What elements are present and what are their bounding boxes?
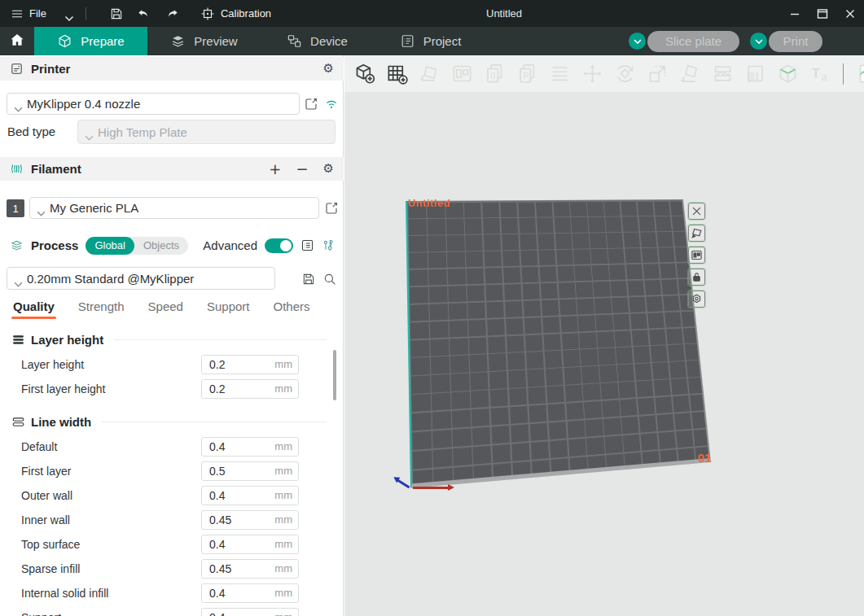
maximize-button[interactable] — [815, 7, 830, 21]
process-preset-select[interactable]: 0.20mm Standard @MyKlipper — [7, 267, 275, 290]
arrange-plate-icon[interactable] — [688, 247, 705, 264]
setting-input[interactable]: 0.45mm — [201, 559, 299, 579]
settings-panel: Layer heightLayer height0.2mmFirst layer… — [0, 330, 343, 616]
add-object-icon[interactable] — [351, 61, 377, 87]
advanced-toggle[interactable] — [265, 238, 293, 253]
printer-preset-select[interactable]: MyKlipper 0.4 nozzle — [7, 93, 300, 115]
slice-plate-button[interactable]: Slice plate — [647, 31, 739, 52]
tab-others[interactable]: Others — [274, 299, 310, 319]
setting-input[interactable]: 0.4mm — [201, 583, 299, 603]
bed-type-select[interactable]: High Temp Plate — [77, 120, 336, 144]
setting-input[interactable]: 0.4mm — [201, 608, 299, 616]
lock-plate-icon[interactable] — [688, 269, 705, 286]
setting-row: Top surface0.4mm — [11, 533, 343, 557]
edit-filament-icon[interactable] — [324, 201, 339, 216]
wifi-connection-icon[interactable] — [324, 96, 339, 111]
orient-plate-icon[interactable] — [688, 225, 705, 242]
group-divider — [102, 422, 327, 422]
setting-row: First layer0.5mm — [11, 460, 343, 484]
setting-input[interactable]: 0.4mm — [201, 437, 299, 457]
setting-input[interactable]: 0.45mm — [201, 510, 299, 530]
setting-row: Support0.4mm — [11, 606, 343, 616]
setting-value: 0.4 — [209, 535, 225, 553]
setting-value: 0.4 — [209, 438, 225, 456]
printer-preset-value: MyKlipper 0.4 nozzle — [27, 97, 140, 111]
tab-quality[interactable]: Quality — [13, 299, 55, 319]
close-button[interactable] — [843, 7, 857, 21]
copy-icon: 0 — [481, 61, 507, 87]
application-window: File Calibration Untitled Prepare Previe… — [0, 0, 864, 616]
print-options-dropdown[interactable] — [750, 33, 767, 50]
printer-settings-gear-icon[interactable]: ⚙ — [323, 63, 334, 75]
remove-filament-icon[interactable]: − — [296, 162, 308, 177]
filament-settings-gear-icon[interactable]: ⚙ — [323, 163, 334, 175]
setting-input[interactable]: 0.2mm — [201, 355, 299, 374]
calibration-icon[interactable] — [200, 7, 215, 21]
toolbar-separator — [843, 63, 844, 85]
setting-unit: mm — [274, 438, 292, 456]
file-menu-chevron-icon[interactable] — [64, 11, 74, 17]
tab-prepare-label: Prepare — [81, 34, 124, 48]
filament-preset-value: My Generic PLA — [50, 201, 138, 215]
settings-scrollbar[interactable] — [333, 350, 336, 400]
main-tabbar: Prepare Preview Device Project Slice pla… — [0, 27, 864, 55]
print-button[interactable]: Print — [769, 31, 822, 52]
tab-project[interactable]: Project — [374, 27, 487, 55]
undo-icon[interactable] — [137, 7, 151, 21]
setting-value: 0.2 — [209, 356, 225, 374]
setting-input[interactable]: 0.4mm — [201, 486, 299, 505]
cut-icon — [709, 61, 735, 87]
plate-settings-icon[interactable] — [688, 291, 705, 308]
save-icon[interactable] — [109, 7, 124, 21]
tab-speed[interactable]: Speed — [148, 299, 183, 319]
setting-value: 0.45 — [209, 560, 231, 578]
add-filament-icon[interactable]: + — [269, 162, 281, 177]
settings-group: Line widthDefault0.4mmFirst layer0.5mmOu… — [11, 412, 343, 616]
file-menu[interactable]: File — [29, 7, 46, 20]
x-axis-arrow — [413, 487, 449, 489]
tab-strength[interactable]: Strength — [78, 299, 125, 319]
chevron-down-icon — [14, 276, 23, 282]
scope-objects[interactable]: Objects — [134, 237, 188, 255]
parameter-table-icon[interactable] — [300, 238, 314, 252]
process-tuning-icon[interactable] — [322, 238, 336, 252]
search-settings-icon[interactable] — [322, 272, 337, 286]
setting-value: 0.5 — [209, 462, 225, 480]
build-plate[interactable] — [406, 199, 711, 488]
redo-icon[interactable] — [164, 7, 179, 21]
scope-global[interactable]: Global — [86, 237, 134, 255]
filament-preset-select[interactable]: My Generic PLA — [29, 197, 319, 219]
process-section-header: Process Global Objects Advanced — [0, 234, 344, 257]
setting-input[interactable]: 0.2mm — [201, 379, 299, 399]
home-button[interactable] — [0, 27, 34, 55]
bed-type-label: Bed type — [7, 125, 55, 138]
minimize-button[interactable] — [787, 7, 802, 21]
setting-input[interactable]: 0.4mm — [201, 535, 299, 554]
print-split-button: Print — [750, 31, 822, 52]
viewport-toolbar: 0PTa — [344, 55, 864, 92]
settings-group-header[interactable]: Line width — [11, 412, 343, 431]
tab-device[interactable]: Device — [261, 27, 374, 55]
setting-row: Sparse infill0.45mm — [11, 557, 343, 582]
hamburger-menu-icon[interactable] — [10, 7, 24, 21]
layers-icon — [170, 33, 186, 49]
tab-support[interactable]: Support — [207, 299, 250, 319]
tab-prepare[interactable]: Prepare — [34, 27, 147, 55]
chevron-down-icon — [37, 205, 46, 211]
edit-printer-icon[interactable] — [304, 97, 318, 111]
add-plate-icon[interactable] — [384, 61, 410, 87]
calibration-label[interactable]: Calibration — [221, 7, 271, 20]
delete-plate-icon[interactable] — [688, 203, 705, 220]
scene-3d[interactable]: Untitled 01 — [344, 55, 864, 616]
save-preset-icon[interactable] — [301, 272, 316, 286]
setting-label: First layer height — [21, 378, 105, 400]
setting-input[interactable]: 0.5mm — [201, 461, 299, 481]
setting-row: First layer height0.2mm — [11, 378, 343, 402]
settings-group-title: Line width — [31, 415, 91, 429]
settings-group-header[interactable]: Layer height — [11, 330, 343, 349]
setting-unit: mm — [274, 511, 292, 529]
slice-options-dropdown[interactable] — [629, 33, 646, 50]
viewport-3d[interactable]: 0PTa Untitled 01 — [344, 55, 864, 616]
arrange-icon — [449, 61, 475, 87]
tab-preview[interactable]: Preview — [147, 27, 261, 55]
